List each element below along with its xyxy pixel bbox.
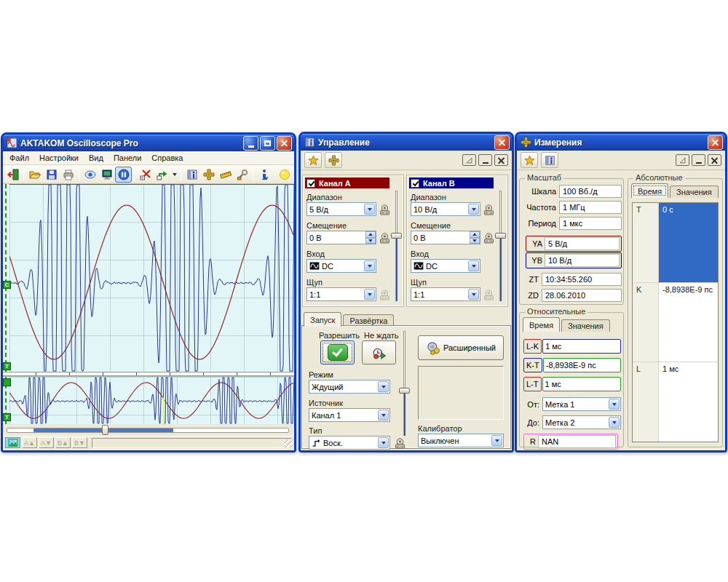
favorites-button[interactable] (521, 152, 538, 168)
toolbar-save-button[interactable] (43, 167, 60, 183)
toolbar-measurements-panel-button[interactable] (217, 167, 234, 183)
list-row-t[interactable]: T 0 с (633, 203, 718, 283)
toolbar-print-button[interactable] (60, 167, 76, 183)
channel-b-position-slider[interactable] (495, 191, 507, 301)
dropdown-arrow-icon[interactable] (378, 437, 389, 448)
knob-assign-icon[interactable] (379, 204, 390, 215)
horizontal-position-slider[interactable] (3, 424, 294, 436)
trigger-mode-combo[interactable]: Ждущий (309, 380, 390, 394)
trigger-source-combo[interactable]: Канал 1 (309, 408, 390, 422)
close-panel-button[interactable] (708, 154, 721, 166)
channel-marker[interactable]: C (3, 281, 11, 289)
slider-thumb[interactable] (399, 388, 410, 394)
list-row-k[interactable]: K -8,8938E-9 пс (633, 283, 718, 363)
absolute-measures-list[interactable]: T 0 с K -8,8938E-9 пс L 1 мс (632, 202, 719, 442)
dropdown-arrow-icon[interactable] (468, 260, 479, 271)
calibrator-combo[interactable]: Выключен (418, 434, 504, 447)
channel-a-offset-field[interactable]: 0 В (306, 231, 376, 244)
dropdown-arrow-icon[interactable] (609, 399, 620, 410)
minimize-panel-button[interactable] (478, 154, 492, 166)
knob-assign-icon[interactable] (395, 437, 405, 449)
channel-b-down-button[interactable]: B▼ (72, 437, 87, 448)
trigger-type-combo[interactable]: Воск. (309, 436, 390, 450)
toolbar-pause-button[interactable] (115, 167, 132, 183)
tab-trigger[interactable]: Запуск (304, 312, 341, 327)
toolbar-help-button[interactable] (256, 167, 272, 183)
extended-settings-button[interactable]: Расширенный (418, 335, 504, 360)
toolbar-view-button[interactable] (82, 167, 98, 183)
channel-a-range-combo[interactable]: 5 В/д (306, 202, 376, 216)
slider-thumb[interactable] (495, 233, 506, 239)
maximize-button[interactable] (260, 136, 275, 151)
measurements-titlebar[interactable]: Измерения (517, 134, 725, 151)
channel-b-up-button[interactable]: B▲ (55, 437, 71, 448)
knob-assign-icon[interactable] (379, 232, 390, 244)
dropdown-arrow-icon[interactable] (364, 204, 375, 215)
toolbar-open-button[interactable] (26, 167, 43, 183)
toolbar-info-panel-button[interactable] (183, 167, 200, 183)
panel-tool-button[interactable] (325, 152, 342, 168)
tab-sweep[interactable]: Развёртка (343, 314, 394, 327)
slider-thumb[interactable] (102, 425, 108, 435)
toolbar-control-panel-button[interactable] (200, 167, 217, 183)
preview-scope-screen[interactable]: T (3, 376, 294, 424)
menu-item-help[interactable]: Справка (146, 152, 188, 164)
insert-dropdown-button[interactable] (170, 167, 178, 183)
screenshot-button[interactable] (5, 437, 20, 448)
dropdown-arrow-icon[interactable] (364, 260, 375, 271)
dropdown-arrow-icon[interactable] (378, 410, 389, 420)
knob-assign-icon[interactable] (483, 232, 494, 244)
toolbar-insert-button[interactable] (154, 167, 170, 183)
close-button[interactable] (277, 136, 292, 151)
trigger-nowait-button[interactable] (362, 340, 396, 364)
trigger-enable-button[interactable] (320, 340, 355, 364)
oscilloscope-titlebar[interactable]: AKTAKOM Oscilloscope Pro (3, 135, 294, 151)
toolbar-clear-button[interactable] (137, 167, 154, 183)
spin-up-button[interactable] (365, 231, 376, 238)
menu-item-settings[interactable]: Настройки (34, 152, 84, 164)
to-marker-combo[interactable]: Метка 2 (542, 415, 621, 429)
toolbar-display-button[interactable] (98, 167, 115, 183)
channel-a-down-button[interactable]: A▼ (39, 437, 54, 448)
close-button[interactable] (494, 135, 510, 150)
list-row-l[interactable]: L 1 мс (633, 362, 718, 442)
minimize-button[interactable] (243, 136, 258, 151)
dock-button[interactable] (462, 154, 476, 166)
channel-b-probe-combo[interactable]: 1:1 (411, 287, 480, 301)
toolbar-exit-button[interactable] (4, 167, 21, 183)
tab-absolute-values[interactable]: Значения (670, 186, 719, 198)
minimize-panel-button[interactable] (692, 154, 705, 166)
tab-relative-time[interactable]: Время (523, 317, 560, 332)
close-button[interactable] (708, 135, 723, 150)
dropdown-arrow-icon[interactable] (468, 289, 479, 300)
dock-button[interactable] (676, 154, 689, 166)
menu-item-panels[interactable]: Панели (108, 152, 146, 164)
channel-a-position-slider[interactable] (391, 191, 403, 301)
dropdown-arrow-icon[interactable] (364, 289, 375, 300)
slider-thumb[interactable] (391, 233, 402, 239)
dropdown-arrow-icon[interactable] (491, 435, 502, 446)
menu-item-file[interactable]: Файл (4, 152, 34, 164)
resize-grip[interactable] (285, 439, 293, 448)
channel-b-range-combo[interactable]: 10 В/д (411, 202, 480, 216)
control-titlebar[interactable]: Управление (301, 134, 512, 151)
dropdown-arrow-icon[interactable] (609, 417, 620, 428)
spin-down-button[interactable] (365, 238, 376, 244)
knob-assign-icon[interactable] (483, 204, 494, 215)
toolbar-tools-button[interactable] (234, 167, 250, 183)
menu-item-view[interactable]: Вид (84, 152, 108, 164)
dropdown-arrow-icon[interactable] (378, 381, 389, 392)
channel-a-up-button[interactable]: A▲ (22, 437, 37, 448)
channel-b-offset-field[interactable]: 0 В (411, 231, 480, 244)
channel-b-input-combo[interactable]: DC (411, 259, 480, 273)
trigger-marker[interactable]: T (3, 362, 11, 370)
channel-a-probe-combo[interactable]: 1:1 (306, 287, 376, 301)
trigger-level-slider[interactable] (399, 331, 411, 436)
channel-a-input-combo[interactable]: DC (306, 259, 376, 273)
channel-a-enable-checkbox[interactable] (306, 179, 315, 188)
spin-down-button[interactable] (470, 238, 480, 244)
tab-relative-values[interactable]: Значения (561, 319, 610, 332)
spin-up-button[interactable] (470, 231, 480, 238)
dropdown-arrow-icon[interactable] (468, 204, 479, 215)
from-marker-combo[interactable]: Метка 1 (542, 397, 621, 411)
